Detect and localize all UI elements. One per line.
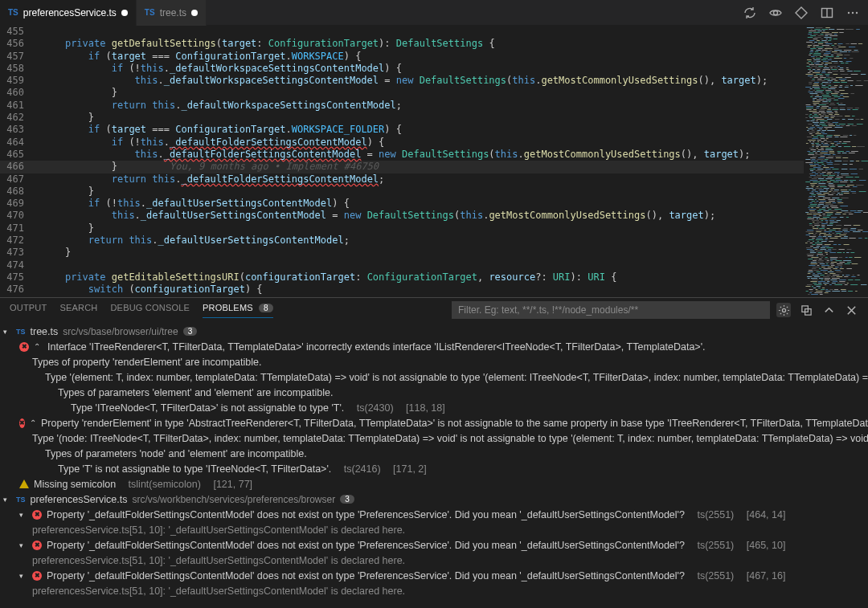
svg-rect-285	[832, 109, 838, 110]
chevron-down-icon[interactable]: ▾	[3, 328, 11, 336]
problem-item[interactable]: ▾ Property '_defaultFolderSettingsConten…	[0, 507, 868, 522]
svg-rect-301	[823, 114, 826, 115]
tab-debug-console[interactable]: DEBUG CONSOLE	[110, 303, 190, 317]
diff-icon[interactable]	[794, 6, 809, 20]
svg-rect-630	[830, 210, 838, 211]
code-line[interactable]: 474	[0, 259, 804, 271]
code-line[interactable]: 458 if (!this._defaultWorkspaceSettingsC…	[0, 63, 804, 75]
code-line[interactable]: 464 if (!this._defaultFolderSettingsCont…	[0, 137, 804, 149]
chevron-down-icon[interactable]: ▾	[19, 572, 27, 580]
svg-rect-88	[809, 53, 813, 54]
svg-rect-881	[837, 283, 845, 284]
chevron-down-icon[interactable]: ▾	[19, 541, 27, 549]
code-line[interactable]: 463 if (target === ConfigurationTarget.W…	[0, 124, 804, 136]
code-line[interactable]: 456 private getDefaultSettings(target: C…	[0, 38, 804, 50]
problem-item[interactable]: ⌃ Property 'renderElement' in type 'Abst…	[0, 415, 868, 430]
problem-item[interactable]: Missing semicolon tslint(semicolon) [121…	[0, 476, 868, 492]
minimap[interactable]	[804, 26, 868, 297]
svg-rect-508	[837, 175, 839, 176]
problem-item[interactable]: ⌃ Interface 'ITreeRenderer<T, TFilterDat…	[0, 339, 868, 354]
chevron-down-icon[interactable]: ▾	[3, 496, 11, 504]
related-info[interactable]: preferencesService.ts[51, 10]: '_default…	[0, 522, 868, 537]
code-line[interactable]: 462 }	[0, 112, 804, 124]
code-line[interactable]: 473 }	[0, 247, 804, 259]
tab-tree[interactable]: TS tree.ts	[137, 0, 207, 26]
svg-rect-797	[827, 260, 829, 261]
problem-file-row[interactable]: ▾ TS preferencesService.ts src/vs/workbe…	[0, 492, 868, 507]
svg-rect-661	[819, 218, 827, 219]
code-line[interactable]: 455	[0, 26, 804, 38]
problem-item[interactable]: ▾ Property '_defaultFolderSettingsConten…	[0, 537, 868, 553]
svg-rect-281	[806, 109, 811, 110]
close-panel-icon[interactable]	[844, 303, 858, 317]
svg-rect-432	[809, 153, 813, 153]
split-editor-icon[interactable]	[820, 6, 834, 20]
svg-rect-499	[827, 173, 831, 174]
svg-rect-620	[822, 207, 825, 208]
svg-rect-754	[806, 247, 812, 248]
sync-icon[interactable]	[743, 6, 757, 20]
svg-rect-312	[805, 117, 808, 118]
svg-rect-68	[849, 47, 855, 47]
svg-rect-579	[852, 193, 856, 194]
tab-preferences-service[interactable]: TS preferencesService.ts	[0, 0, 137, 26]
open-window-icon[interactable]	[799, 303, 813, 317]
code-line[interactable]: 470 this._defaultUserSettingsContentMode…	[0, 210, 804, 222]
code-line[interactable]: 457 if (target === ConfigurationTarget.W…	[0, 51, 804, 63]
svg-rect-447	[810, 157, 816, 158]
related-info[interactable]: preferencesService.ts[51, 10]: '_default…	[0, 553, 868, 568]
svg-rect-402	[837, 143, 841, 144]
tab-problems[interactable]: PROBLEMS 8	[203, 303, 273, 318]
code-line[interactable]: 460 }	[0, 87, 804, 99]
svg-rect-188	[828, 80, 833, 81]
svg-rect-172	[814, 75, 818, 76]
code-line[interactable]: 469 if (!this._defaultUserSettingsConten…	[0, 198, 804, 210]
svg-rect-219	[814, 88, 820, 89]
svg-rect-695	[829, 230, 835, 231]
svg-rect-166	[825, 74, 830, 75]
code-line[interactable]: 471 }	[0, 222, 804, 235]
svg-rect-598	[812, 201, 816, 202]
code-line[interactable]: 472 return this._defaultUserSettingsCont…	[0, 235, 804, 247]
code-line[interactable]: 459 this._defaultWorkspaceSettingsConten…	[0, 75, 804, 87]
svg-rect-81	[815, 51, 818, 52]
svg-rect-811	[837, 263, 843, 264]
code-line[interactable]: 475 private getEditableSettingsURI(confi…	[0, 271, 804, 284]
svg-rect-854	[814, 276, 820, 277]
tab-output[interactable]: OUTPUT	[10, 303, 47, 317]
svg-rect-232	[809, 93, 817, 94]
svg-rect-158	[847, 71, 852, 71]
code-line[interactable]: 467 return this._defaultFolderSettingsCo…	[0, 173, 804, 186]
svg-rect-763	[839, 249, 845, 250]
code-line[interactable]: 466 } You, 9 months ago • Implement #467…	[0, 161, 804, 173]
svg-rect-221	[828, 88, 835, 89]
svg-rect-597	[837, 199, 842, 200]
filter-settings-icon[interactable]	[776, 303, 791, 317]
svg-rect-586	[813, 196, 815, 197]
editor[interactable]: 455456 private getDefaultSettings(target…	[0, 26, 868, 297]
chevron-up-icon[interactable]: ⌃	[34, 342, 43, 351]
code-line[interactable]: 461 return this._defaultWorkspaceSetting…	[0, 100, 804, 112]
related-info[interactable]: preferencesService.ts[51, 10]: '_default…	[0, 583, 868, 598]
problem-file-row[interactable]: ▾ TS tree.ts src/vs/base/browser/ui/tree…	[0, 324, 868, 339]
svg-rect-277	[833, 108, 837, 108]
svg-rect-910	[848, 291, 853, 292]
svg-rect-856	[831, 276, 835, 277]
code-line[interactable]: 468 }	[0, 186, 804, 198]
more-icon[interactable]	[845, 6, 860, 20]
code-line[interactable]: 465 this._defaultFolderSettingsContentMo…	[0, 149, 804, 161]
svg-rect-554	[824, 188, 829, 189]
problem-item[interactable]: ▾ Property '_defaultFolderSettingsConten…	[0, 568, 868, 583]
svg-rect-731	[849, 238, 855, 239]
svg-rect-730	[841, 238, 848, 239]
chevron-down-icon[interactable]: ▾	[19, 511, 27, 519]
chevron-up-icon[interactable]: ⌃	[30, 418, 36, 427]
problems-tree[interactable]: ▾ TS tree.ts src/vs/base/browser/ui/tree…	[0, 322, 868, 608]
svg-rect-410	[816, 146, 819, 147]
problems-filter-input[interactable]	[452, 301, 770, 319]
code-line[interactable]: 476 switch (configurationTarget) {	[0, 284, 804, 296]
tab-search[interactable]: SEARCH	[59, 303, 97, 317]
svg-rect-132	[807, 66, 810, 67]
preview-icon[interactable]	[768, 6, 783, 20]
collapse-panel-icon[interactable]	[821, 303, 836, 317]
